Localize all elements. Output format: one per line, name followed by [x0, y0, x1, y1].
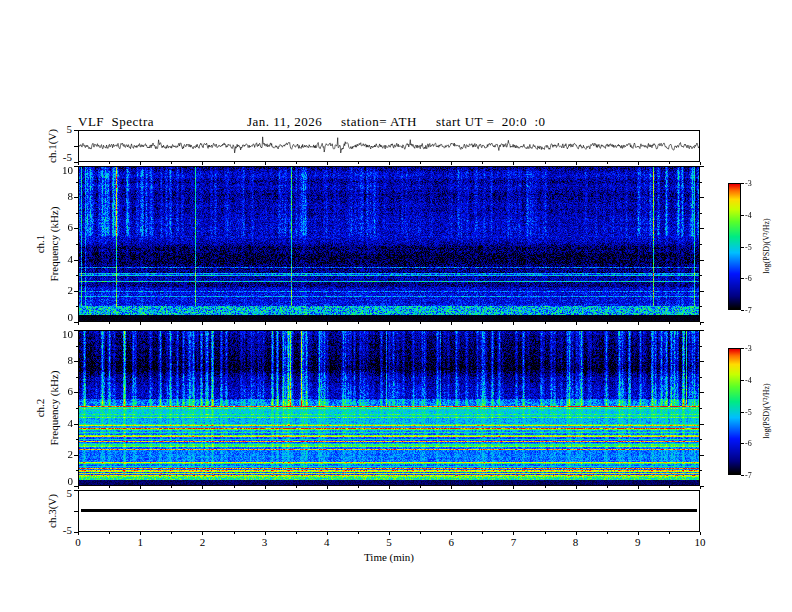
ch2-freq-tick-mark-right	[700, 455, 704, 456]
ch2-colorbar-tick-mark	[741, 348, 744, 349]
ch1-waveform-canvas	[79, 131, 699, 161]
x-minor-tick-mark	[545, 532, 546, 534]
x-tick-mark	[202, 162, 203, 165]
x-tick-mark	[202, 322, 203, 325]
x-tick-mark	[700, 162, 701, 165]
x-minor-tick-mark	[607, 322, 608, 324]
ch2-freq-tick-mark	[74, 330, 78, 331]
ch2-colorbar-tick-label: -6	[745, 439, 752, 448]
ch1-freq-minor-tick	[76, 244, 78, 245]
x-tick-mark	[327, 162, 328, 165]
ch3-wave-ylabel: ch.3(V)	[46, 494, 58, 528]
figure-date: Jan. 11, 2026	[247, 114, 322, 130]
ch2-freq-tick-label: 10	[44, 328, 73, 340]
x-tick-label: 1	[137, 536, 143, 548]
ch1-freq-minor-tick	[76, 182, 78, 183]
ch2-freq-tick-mark-right	[700, 486, 704, 487]
ch1-freq-tick-mark-right	[700, 322, 704, 323]
x-minor-tick-mark	[109, 486, 110, 488]
ch1-colorbar-tick-mark	[741, 183, 744, 184]
ch1-volt-tick-mark	[74, 162, 78, 163]
colorbar-ch2	[728, 348, 741, 475]
ch2-freq-tick-label: 6	[44, 385, 73, 397]
ch1-freq-tick-mark	[74, 260, 78, 261]
ch1-freq-tick-mark	[74, 197, 78, 198]
ch2-colorbar-tick-label: -4	[745, 376, 752, 385]
x-minor-tick-mark	[358, 322, 359, 324]
ch1-colorbar-tick-label: -7	[745, 306, 752, 315]
ch2-colorbar-tick-mark	[741, 475, 744, 476]
ch1-freq-minor-tick	[76, 213, 78, 214]
x-tick-mark	[513, 532, 514, 535]
colorbar-ch2-label: log(PSD)(V²/Hz)	[762, 383, 771, 438]
ch1-freq-tick-label: 0	[44, 311, 73, 323]
x-minor-tick-mark	[669, 486, 670, 488]
station-label: station= ATH	[341, 114, 417, 130]
x-minor-tick-mark	[669, 322, 670, 324]
ch1-freq-tick-mark	[74, 228, 78, 229]
ch1-spec-channel-label: ch.1	[34, 235, 46, 254]
x-minor-tick-mark	[482, 322, 483, 324]
x-minor-tick-mark	[171, 486, 172, 488]
x-minor-tick-mark	[109, 322, 110, 324]
x-tick-mark	[451, 486, 452, 489]
x-tick-mark	[389, 532, 390, 535]
x-tick-mark	[451, 532, 452, 535]
x-tick-mark	[576, 486, 577, 489]
ch2-freq-tick-label: 0	[44, 475, 73, 487]
ch2-freq-minor-tick	[76, 346, 78, 347]
x-minor-tick-mark	[358, 486, 359, 488]
ch2-colorbar-tick-label: -5	[745, 408, 752, 417]
ch1-freq-tick-label: 10	[44, 164, 73, 176]
x-minor-tick-mark	[234, 532, 235, 534]
ch2-freq-minor-tick-right	[700, 346, 702, 347]
ch1-freq-tick-label: 2	[44, 284, 73, 296]
ch1-freq-tick-label: 8	[44, 190, 73, 202]
x-tick-label: 10	[695, 536, 706, 548]
x-tick-mark	[202, 486, 203, 489]
ch2-freq-minor-tick-right	[700, 439, 702, 440]
x-tick-label: 9	[635, 536, 641, 548]
colorbar-ch2-gradient	[729, 349, 740, 474]
x-tick-mark	[265, 532, 266, 535]
x-minor-tick-mark	[171, 532, 172, 534]
ch1-freq-tick-mark-right	[700, 291, 704, 292]
ch1-volt-tick-mark	[74, 130, 78, 131]
x-tick-mark	[202, 532, 203, 535]
x-minor-tick-mark	[420, 162, 421, 164]
ch2-freq-tick-mark	[74, 455, 78, 456]
x-tick-mark	[265, 322, 266, 325]
x-tick-mark	[140, 322, 141, 325]
ch3-waveform-panel	[78, 490, 700, 532]
ch2-colorbar-tick-mark	[741, 443, 744, 444]
ch2-freq-minor-tick-right	[700, 377, 702, 378]
ch1-colorbar-tick-mark	[741, 215, 744, 216]
ch2-freq-minor-tick	[76, 377, 78, 378]
x-tick-mark	[78, 322, 79, 325]
x-minor-tick-mark	[358, 162, 359, 164]
time-axis-label: Time (min)	[364, 551, 414, 563]
x-minor-tick-mark	[482, 532, 483, 534]
ch1-freq-tick-mark-right	[700, 166, 704, 167]
ch1-freq-tick-label: 6	[44, 221, 73, 233]
ch1-freq-minor-tick-right	[700, 213, 702, 214]
x-tick-label: 5	[386, 536, 392, 548]
ch2-freq-tick-mark-right	[700, 361, 704, 362]
ch2-freq-tick-mark	[74, 361, 78, 362]
colorbar-ch1	[728, 183, 741, 310]
x-minor-tick-mark	[234, 162, 235, 164]
x-tick-mark	[265, 486, 266, 489]
x-tick-mark	[389, 322, 390, 325]
x-tick-mark	[638, 162, 639, 165]
ch2-colorbar-tick-label: -7	[745, 471, 752, 480]
x-minor-tick-mark	[420, 486, 421, 488]
colorbar-ch1-label: log(PSD)(V²/Hz)	[762, 218, 771, 273]
ch1-freq-minor-tick-right	[700, 275, 702, 276]
start-ut-label: start UT = 20:0 :0	[436, 114, 546, 130]
x-tick-mark	[576, 322, 577, 325]
x-minor-tick-mark	[296, 162, 297, 164]
ch1-freq-tick-mark	[74, 322, 78, 323]
ch1-colorbar-tick-label: -6	[745, 274, 752, 283]
x-tick-mark	[451, 322, 452, 325]
x-minor-tick-mark	[296, 532, 297, 534]
